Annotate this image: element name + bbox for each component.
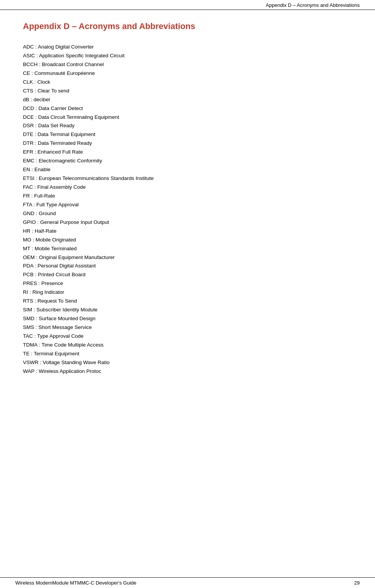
list-item: EMC : Electromagnetic Conformity [23,157,352,165]
page-header: Appendix D – Acronyms and Abbreviations [0,0,375,10]
list-item: DSR : Data Set Ready [23,121,352,130]
list-item: ETSI : European Telecommunications Stand… [23,174,352,183]
list-item: TAC : Type Approval Code [23,332,352,341]
list-item: CTS : Clear To send [23,87,352,96]
list-item: FTA : Full Type Approval [23,201,352,209]
list-item: dB : decibel [23,96,352,104]
list-item: SMD : Surface Mounted Design [23,314,352,323]
list-item: PDA : Personal Digital Assistant [23,262,352,271]
list-item: EFR : Enhanced Full Rate [23,148,352,157]
list-item: ADC : Analog Digital Converter [23,43,352,52]
list-item: EN : Enable [23,165,352,174]
list-item: GND : Ground [23,209,352,218]
list-item: ASIC : Application Specific Integrated C… [23,52,352,60]
list-item: DTR : Data Terminated Ready [23,139,352,148]
acronym-list: ADC : Analog Digital ConverterASIC : App… [23,43,352,376]
list-item: DCE : Data Circuit Terminating Equipment [23,113,352,122]
list-item: BCCH : Broadcast Control Channel [23,60,352,69]
list-item: CLK : Clock [23,78,352,87]
list-item: FR : Full-Rate [23,192,352,201]
page-footer: Wireless ModemModule MTMMC-C Developer's… [0,577,375,588]
list-item: MT : Mobile Terminated [23,245,352,253]
list-item: TE : Terminal Equipment [23,350,352,358]
list-item: MO : Mobile Originated [23,236,352,245]
list-item: TDMA : Time Code Multiple Access [23,341,352,350]
list-item: DTE : Data Terminal Equipment [23,130,352,139]
list-item: CE : Communauté Européenne [23,69,352,78]
list-item: PCB : Printed Circuit Board [23,271,352,279]
footer-right: 29 [354,580,360,586]
list-item: WAP : Wireless Application Protoc [23,367,352,376]
list-item: SIM : Subscriber Identity Module [23,306,352,314]
list-item: OEM : Original Equipment Manufacturer [23,253,352,262]
list-item: VSWR : Voltage Standing Wave Ratio [23,358,352,367]
list-item: FAC : Final Assembly Code [23,183,352,192]
header-text: Appendix D – Acronyms and Abbreviations [266,2,360,8]
list-item: RI : Ring Indicator [23,288,352,297]
list-item: RTS : Request To Send [23,297,352,306]
content-area: Appendix D – Acronyms and Abbreviations … [0,10,375,399]
page-container: Appendix D – Acronyms and Abbreviations … [0,0,375,588]
page-title: Appendix D – Acronyms and Abbreviations [23,21,352,31]
list-item: HR : Half-Rate [23,227,352,236]
list-item: DCD : Data Carrier Detect [23,104,352,113]
list-item: PRES : Presence [23,279,352,288]
list-item: SMS : Short Message Service [23,323,352,332]
list-item: GPIO : General Purpose Input Output [23,218,352,227]
footer-left: Wireless ModemModule MTMMC-C Developer's… [15,580,136,586]
